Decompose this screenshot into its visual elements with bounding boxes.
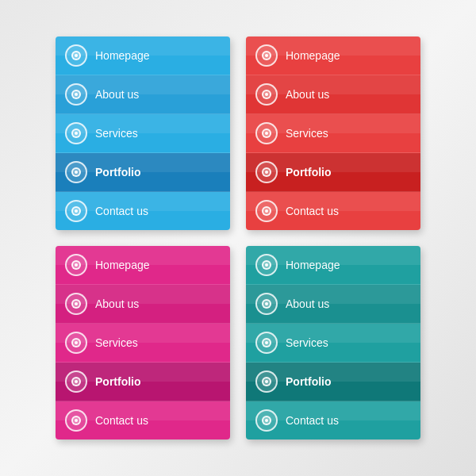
nav-icon-inner bbox=[71, 338, 81, 347]
nav-icon-inner bbox=[71, 206, 81, 216]
menu-item[interactable]: Contact us bbox=[56, 192, 230, 230]
nav-icon bbox=[65, 370, 87, 393]
menu-item-label: About us bbox=[286, 88, 329, 101]
nav-icon-inner bbox=[262, 90, 271, 99]
menu-item[interactable]: Portfolio bbox=[56, 363, 230, 401]
menu-item[interactable]: Homepage bbox=[246, 246, 420, 285]
menu-item-label: Homepage bbox=[95, 259, 150, 271]
menu-item-label: Portfolio bbox=[95, 375, 141, 388]
nav-icon bbox=[65, 83, 87, 106]
menu-item[interactable]: Contact us bbox=[246, 192, 420, 230]
menu-card-pink: HomepageAbout usServicesPortfolioContact… bbox=[56, 246, 230, 440]
menu-item-label: Portfolio bbox=[286, 375, 332, 388]
nav-icon-inner bbox=[262, 206, 271, 216]
menu-item-label: Portfolio bbox=[95, 166, 141, 178]
menu-grid: HomepageAbout usServicesPortfolioContact… bbox=[40, 21, 436, 455]
menu-item[interactable]: Contact us bbox=[246, 401, 420, 440]
menu-item[interactable]: About us bbox=[56, 75, 230, 114]
nav-icon bbox=[255, 122, 278, 144]
menu-item[interactable]: Contact us bbox=[56, 401, 230, 440]
nav-icon-inner bbox=[262, 377, 271, 386]
menu-item-label: Contact us bbox=[95, 205, 148, 217]
menu-item-label: Contact us bbox=[95, 414, 148, 427]
menu-item[interactable]: Portfolio bbox=[246, 153, 420, 192]
nav-icon bbox=[255, 293, 278, 315]
menu-item-label: Homepage bbox=[286, 259, 340, 271]
menu-card-red: HomepageAbout usServicesPortfolioContact… bbox=[246, 36, 420, 230]
nav-icon bbox=[65, 122, 87, 144]
nav-icon bbox=[65, 161, 87, 183]
nav-icon bbox=[255, 44, 278, 67]
nav-icon bbox=[255, 161, 278, 183]
nav-icon-inner bbox=[71, 299, 81, 309]
nav-icon-inner bbox=[71, 129, 81, 138]
menu-item[interactable]: Services bbox=[56, 324, 230, 363]
menu-item-label: Homepage bbox=[95, 49, 150, 62]
menu-item[interactable]: Services bbox=[246, 114, 420, 153]
menu-item-label: Homepage bbox=[286, 49, 340, 62]
menu-item[interactable]: Portfolio bbox=[56, 153, 230, 192]
menu-item-label: About us bbox=[286, 298, 329, 310]
nav-icon-inner bbox=[262, 51, 271, 60]
nav-icon bbox=[255, 83, 278, 106]
menu-item-label: Services bbox=[286, 127, 328, 140]
nav-icon-inner bbox=[262, 167, 271, 177]
menu-item-label: About us bbox=[95, 88, 139, 101]
nav-icon-inner bbox=[71, 167, 81, 177]
menu-item[interactable]: Homepage bbox=[56, 36, 230, 75]
nav-icon bbox=[65, 254, 87, 276]
nav-icon bbox=[65, 409, 87, 432]
menu-card-blue: HomepageAbout usServicesPortfolioContact… bbox=[56, 36, 230, 230]
menu-card-teal: HomepageAbout usServicesPortfolioContact… bbox=[246, 246, 420, 440]
menu-item[interactable]: Homepage bbox=[246, 36, 420, 75]
menu-item[interactable]: Services bbox=[56, 114, 230, 153]
nav-icon-inner bbox=[262, 299, 271, 309]
menu-item[interactable]: Homepage bbox=[56, 246, 230, 285]
nav-icon-inner bbox=[262, 338, 271, 347]
nav-icon-inner bbox=[71, 51, 81, 60]
nav-icon bbox=[65, 332, 87, 354]
menu-item[interactable]: Portfolio bbox=[246, 363, 420, 401]
nav-icon bbox=[255, 254, 278, 276]
menu-item[interactable]: Services bbox=[246, 324, 420, 363]
menu-item-label: Portfolio bbox=[286, 166, 332, 178]
menu-item-label: Services bbox=[95, 127, 138, 140]
nav-icon bbox=[255, 370, 278, 393]
nav-icon bbox=[255, 332, 278, 354]
nav-icon bbox=[255, 200, 278, 222]
nav-icon bbox=[255, 409, 278, 432]
menu-item[interactable]: About us bbox=[246, 75, 420, 114]
nav-icon-inner bbox=[262, 416, 271, 425]
nav-icon-inner bbox=[71, 90, 81, 99]
menu-item[interactable]: About us bbox=[56, 285, 230, 324]
menu-item-label: About us bbox=[95, 298, 139, 310]
menu-item-label: Contact us bbox=[286, 414, 339, 427]
menu-item[interactable]: About us bbox=[246, 285, 420, 324]
nav-icon bbox=[65, 293, 87, 315]
menu-item-label: Services bbox=[286, 336, 328, 349]
nav-icon bbox=[65, 44, 87, 67]
nav-icon-inner bbox=[71, 377, 81, 386]
nav-icon-inner bbox=[262, 260, 271, 270]
nav-icon bbox=[65, 200, 87, 222]
nav-icon-inner bbox=[71, 260, 81, 270]
nav-icon-inner bbox=[71, 416, 81, 425]
nav-icon-inner bbox=[262, 129, 271, 138]
menu-item-label: Services bbox=[95, 336, 138, 349]
menu-item-label: Contact us bbox=[286, 205, 339, 217]
